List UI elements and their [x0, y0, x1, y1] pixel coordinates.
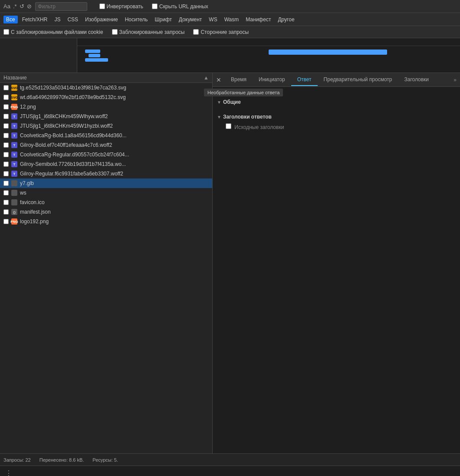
file-icon-font: T [11, 113, 17, 119]
file-checkbox[interactable] [3, 200, 9, 205]
orig-headers-checkbox[interactable] [226, 123, 231, 129]
file-checkbox[interactable] [3, 181, 9, 186]
invert-checkbox[interactable] [99, 3, 105, 9]
file-item[interactable]: SVGwt.d6a6496289970fe2bf1d078e9bd5132c.s… [0, 93, 212, 102]
file-item[interactable]: TCoolveticaRg-Regular.d90557c05cb24f7c60… [0, 150, 212, 159]
file-item[interactable]: TJTUSjlg1_i6t8kCHKm459Wlhyw.woff2 [0, 112, 212, 121]
hide-url-checkbox[interactable] [152, 3, 158, 9]
file-item[interactable]: TGilroy-Regular.f6c9931fabe5a6eb3307.wof… [0, 169, 212, 178]
file-name: favicon.ico [20, 199, 45, 205]
file-checkbox[interactable] [3, 114, 9, 119]
bottom-dots[interactable]: ⋮ [3, 469, 14, 476]
general-section-header[interactable]: ▼ Общие [213, 97, 460, 107]
type-bar: ВсеFetch/XHRJSCSSИзображениеНосительШриф… [0, 13, 460, 26]
file-item[interactable]: favicon.ico [0, 198, 212, 207]
blocked-requests-checkbox[interactable] [112, 29, 118, 35]
file-checkbox[interactable] [3, 142, 9, 148]
type-btn-носитель[interactable]: Носитель [122, 16, 151, 23]
file-item[interactable]: TCoolveticaRg-Bold.1a8a456156cd9b44d360.… [0, 131, 212, 140]
timeline-ruler [77, 38, 460, 46]
main-panel: Название ▲ SVGtg.e525d1293a503414b1e3f98… [0, 73, 460, 453]
tab-предварительный просмотр[interactable]: Предварительный просмотр [318, 74, 398, 86]
file-item[interactable]: PNG12.png [0, 102, 212, 112]
tab-ответ[interactable]: Ответ [291, 74, 318, 86]
file-name: 12.png [20, 104, 36, 110]
file-icon-font: T [11, 152, 17, 158]
type-btn-другое[interactable]: Другое [275, 16, 297, 23]
file-checkbox[interactable] [3, 152, 9, 157]
regex-icon[interactable]: .* [13, 3, 17, 10]
type-btn-манифест[interactable]: Манифест [243, 16, 273, 23]
response-panel[interactable]: ▼ Общие ▼ Заголовки ответов Исходные заг… [213, 95, 460, 453]
blocked-cookies-label[interactable]: С заблокированными файлами cookie [3, 29, 103, 35]
file-checkbox[interactable] [3, 85, 9, 90]
type-btn-изображение[interactable]: Изображение [82, 16, 121, 23]
timeline-bar [89, 54, 100, 57]
file-icon-ico [11, 199, 17, 205]
file-item[interactable]: SVGtg.e525d1293a503414b1e3f9819e7ca263.s… [0, 83, 212, 93]
file-checkbox[interactable] [3, 219, 9, 224]
file-item[interactable]: PNGlogo192.png [0, 217, 212, 226]
file-item[interactable]: y7.glb [0, 178, 212, 188]
file-list-scroll[interactable]: ▲ [204, 75, 209, 81]
type-btn-документ[interactable]: Документ [176, 16, 204, 23]
bottom-status-bar: Запросы: 22 Перенесено: 8.6 kB. Ресурсы:… [0, 453, 460, 466]
file-item[interactable]: TJTUSjlg1_i6t8kCHKm459W1hyzbi.woff2 [0, 121, 212, 131]
file-checkbox[interactable] [3, 104, 9, 109]
type-btn-js[interactable]: JS [52, 16, 63, 23]
file-name: Gilroy-Semibold.7726b19d33f1b7f4135a.wo.… [20, 161, 126, 167]
tab-время[interactable]: Время [225, 74, 253, 86]
file-icon-font: T [11, 161, 17, 167]
file-icon-png: PNG [11, 218, 17, 225]
response-headers-section-header[interactable]: ▼ Заголовки ответов [213, 112, 460, 122]
response-headers-section: ▼ Заголовки ответов Исходные заголовки [213, 109, 460, 135]
file-checkbox[interactable] [3, 123, 9, 129]
file-checkbox[interactable] [3, 133, 9, 138]
file-name: ws [20, 190, 26, 196]
file-checkbox[interactable] [3, 162, 9, 167]
type-btn-fetch/xhr[interactable]: Fetch/XHR [20, 16, 50, 23]
file-name: JTUSjlg1_i6t8kCHKm459W1hyzbi.woff2 [20, 123, 113, 129]
general-section: ▼ Общие [213, 95, 460, 109]
tabs-more-btn[interactable]: » [450, 77, 460, 83]
type-btn-шрифт[interactable]: Шрифт [152, 16, 174, 23]
file-name: tg.e525d1293a503414b1e3f9819e7ca263.svg [20, 85, 126, 91]
clear-icon[interactable]: ⊘ [27, 3, 32, 10]
tab-инициатор[interactable]: Инициатор [253, 74, 291, 86]
timeline-bar [85, 50, 100, 53]
timeline-left [0, 38, 77, 73]
timeline-bar [269, 50, 326, 55]
type-btn-wasm[interactable]: Wasm [222, 16, 242, 23]
blocked-cookies-checkbox[interactable] [3, 29, 9, 35]
toolbar-checks: Инвертировать Скрыть URL данных [99, 3, 208, 10]
file-list: Название ▲ SVGtg.e525d1293a503414b1e3f98… [0, 73, 213, 453]
file-checkbox[interactable] [3, 95, 9, 100]
timeline-bar [85, 58, 108, 62]
refresh-icon[interactable]: ↺ [20, 3, 24, 10]
type-btn-ws[interactable]: WS [206, 16, 220, 23]
blocked-requests-label[interactable]: Заблокированные запросы [112, 29, 185, 35]
requests-count: Запросы: 22 [3, 457, 31, 463]
third-party-checkbox[interactable] [193, 29, 199, 35]
third-party-label[interactable]: Сторонние запросы [193, 29, 249, 35]
tabs-bar: ✕ВремяИнициаторОтветПредварительный прос… [213, 73, 460, 87]
filter-input[interactable] [35, 2, 87, 11]
tab-заголовки[interactable]: Заголовки [398, 74, 435, 86]
cookie-bar: С заблокированными файлами cookie Заблок… [0, 26, 460, 38]
file-checkbox[interactable] [3, 190, 9, 195]
raw-response-button[interactable]: Необработанные данные ответа [204, 89, 283, 96]
file-item[interactable]: TGilroy-Bold.ef7c40ff1efeaaa4c7c6.woff2 [0, 140, 212, 150]
file-list-content[interactable]: SVGtg.e525d1293a503414b1e3f9819e7ca263.s… [0, 83, 212, 453]
file-checkbox[interactable] [3, 171, 9, 176]
text-size-icon[interactable]: Aa [3, 3, 10, 10]
file-item[interactable]: ws [0, 188, 212, 198]
file-item[interactable]: {}manifest.json [0, 207, 212, 217]
type-btn-все[interactable]: Все [3, 16, 18, 23]
file-list-title: Название [3, 75, 27, 81]
type-btn-css[interactable]: CSS [65, 16, 81, 23]
file-icon-png: PNG [11, 104, 17, 110]
tab-close-btn[interactable]: ✕ [213, 76, 225, 83]
file-name: manifest.json [20, 209, 51, 215]
file-checkbox[interactable] [3, 209, 9, 215]
file-item[interactable]: TGilroy-Semibold.7726b19d33f1b7f4135a.wo… [0, 159, 212, 169]
